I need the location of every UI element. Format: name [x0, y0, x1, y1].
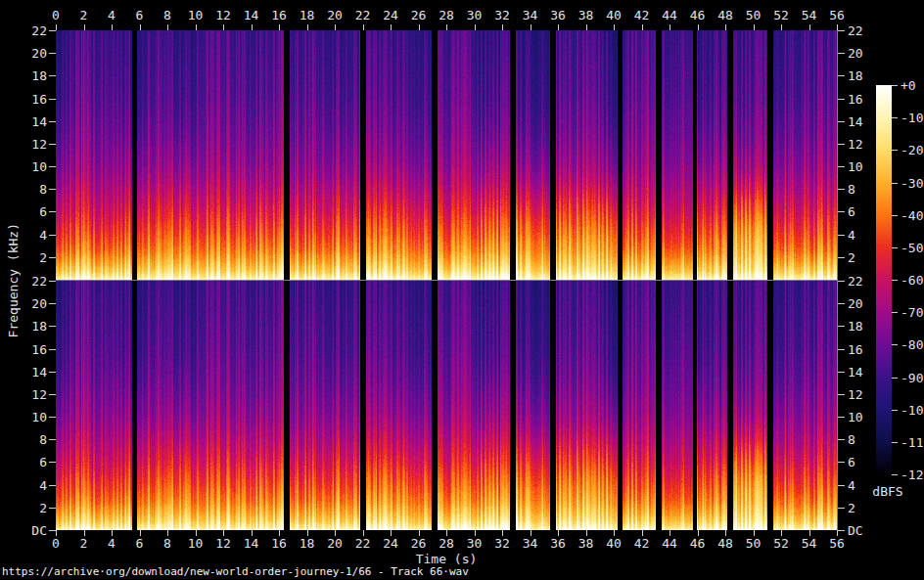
- time-tick-label: 8: [163, 537, 171, 550]
- freq-tick-label: 8: [848, 433, 855, 446]
- time-tick-label: 16: [271, 9, 287, 22]
- time-tick-label: 46: [690, 537, 706, 550]
- colorbar-title: dBFS: [861, 484, 914, 499]
- time-tick-label: 26: [411, 9, 427, 22]
- freq-tick-label: 18: [848, 69, 863, 82]
- right-channel-spectrogram: [56, 281, 837, 530]
- freq-tick: [49, 75, 56, 76]
- colorbar-tick-label: -90: [901, 371, 923, 383]
- time-tick-label: 40: [606, 9, 622, 22]
- colorbar-tick: [892, 474, 898, 475]
- time-tick-label: 12: [215, 537, 231, 550]
- freq-tick: [49, 417, 56, 418]
- freq-tick: [838, 326, 845, 327]
- freq-tick-label: 12: [848, 137, 863, 150]
- freq-tick-label: 2: [16, 501, 47, 513]
- freq-tick: [838, 211, 845, 212]
- colorbar-tick: [892, 247, 898, 248]
- freq-tick-label: 8: [848, 183, 855, 196]
- time-tick-label: 0: [52, 9, 60, 22]
- freq-tick: [838, 349, 845, 350]
- colorbar-tick-label: -110: [901, 435, 924, 448]
- time-tick-label: 26: [411, 537, 427, 550]
- freq-tick: [49, 439, 56, 440]
- time-tick-label: 18: [300, 9, 315, 22]
- freq-tick-label: 2: [848, 501, 855, 513]
- time-tick-label: 12: [215, 9, 231, 22]
- time-tick-label: 52: [773, 9, 789, 22]
- freq-tick-label: 10: [848, 411, 863, 424]
- time-tick-label: 2: [80, 537, 88, 550]
- freq-tick-label: 6: [848, 456, 855, 468]
- time-tick-label: 20: [327, 537, 343, 550]
- freq-tick-label: 8: [16, 183, 47, 196]
- freq-tick: [838, 235, 845, 236]
- time-tick-label: 18: [300, 537, 315, 550]
- freq-tick-label: 20: [848, 47, 863, 60]
- freq-tick: [49, 394, 56, 395]
- time-tick-label: 38: [578, 9, 594, 22]
- freq-tick-label: 2: [848, 250, 855, 263]
- freq-tick: [49, 303, 56, 304]
- freq-tick-label: 20: [16, 47, 47, 60]
- time-tick-label: 48: [717, 537, 733, 550]
- colorbar-tick-label: -20: [901, 144, 923, 156]
- colorbar-tick-label: -120: [901, 468, 924, 481]
- colorbar-tick-label: -50: [901, 241, 923, 253]
- freq-tick-label: 4: [16, 478, 47, 491]
- freq-tick-label: 18: [16, 320, 47, 333]
- freq-tick-label: 10: [848, 160, 863, 173]
- freq-tick-label: 16: [848, 92, 863, 105]
- freq-tick: [838, 53, 845, 54]
- freq-tick: [838, 166, 845, 167]
- time-tick-label: 4: [108, 9, 116, 22]
- left-channel-spectrogram: [56, 30, 837, 280]
- time-tick-label: 22: [355, 537, 371, 550]
- time-axis-title: Time (s): [416, 552, 478, 566]
- time-tick-label: 54: [802, 537, 817, 550]
- freq-tick: [49, 326, 56, 327]
- freq-tick-label: 10: [16, 411, 47, 424]
- time-tick-label: 14: [244, 9, 259, 22]
- freq-tick: [49, 53, 56, 54]
- freq-tick: [49, 235, 56, 236]
- time-tick-label: 28: [439, 9, 454, 22]
- freq-tick-label: 14: [16, 365, 47, 378]
- freq-tick: [49, 462, 56, 463]
- time-tick-label: 34: [523, 537, 538, 550]
- freq-tick-label: 22: [848, 275, 863, 288]
- time-tick-label: 30: [467, 537, 483, 550]
- freq-tick: [49, 530, 56, 531]
- freq-tick: [838, 508, 845, 509]
- colorbar-tick: [892, 410, 898, 411]
- time-tick-label: 36: [550, 9, 566, 22]
- freq-tick: [838, 417, 845, 418]
- freq-tick-label: 6: [16, 205, 47, 218]
- time-tick-label: 36: [550, 537, 566, 550]
- freq-tick-label: 16: [848, 342, 863, 355]
- freq-tick-label: DC: [16, 524, 47, 537]
- freq-tick: [49, 349, 56, 350]
- freq-tick-label: 4: [848, 478, 855, 491]
- colorbar-tick: [892, 215, 898, 216]
- time-tick-label: 16: [271, 537, 287, 550]
- freq-tick: [838, 303, 845, 304]
- time-tick-label: 44: [662, 9, 677, 22]
- freq-tick: [838, 394, 845, 395]
- source-url: https://archive·org/download/new-world-o…: [2, 565, 469, 578]
- colorbar-tick-label: -100: [901, 403, 924, 416]
- freq-tick-label: 16: [16, 92, 47, 105]
- colorbar-tick: [892, 117, 898, 118]
- time-tick-label: 52: [773, 537, 789, 550]
- freq-tick-label: 6: [848, 205, 855, 218]
- freq-tick-label: 12: [16, 137, 47, 150]
- time-tick-label: 56: [829, 537, 845, 550]
- time-tick-label: 40: [606, 537, 622, 550]
- freq-tick: [838, 462, 845, 463]
- freq-tick: [838, 75, 845, 76]
- colorbar-tick-label: -10: [901, 112, 923, 124]
- freq-tick-label: 20: [16, 297, 47, 310]
- freq-tick: [49, 189, 56, 190]
- time-tick-label: 32: [494, 9, 510, 22]
- colorbar-tick: [892, 183, 898, 184]
